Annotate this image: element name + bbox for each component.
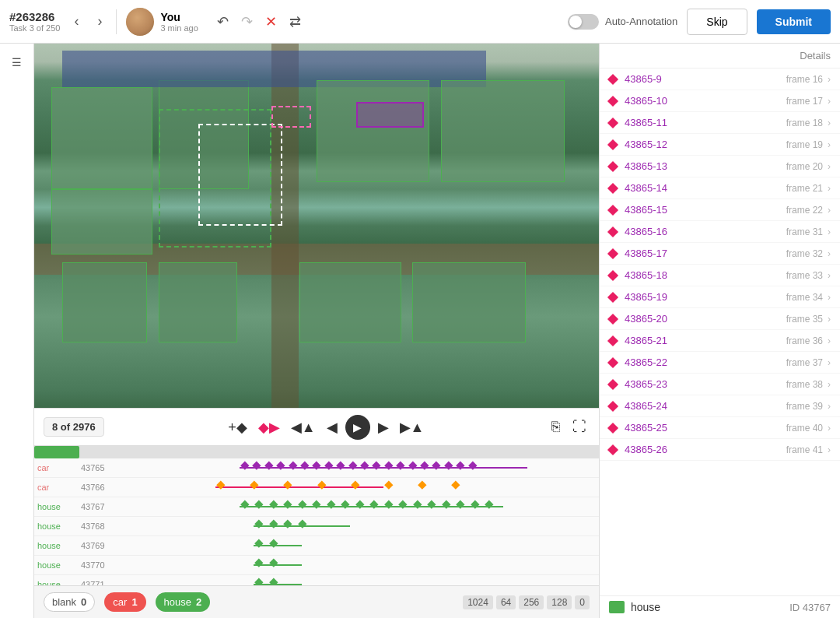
detail-id: 43865-26 (625, 444, 786, 455)
detail-diamond (607, 356, 618, 367)
detail-row[interactable]: 43865-14 frame 21 › (600, 177, 840, 199)
prev-frame-button[interactable]: ◀ (324, 416, 341, 439)
detail-diamond (607, 117, 618, 128)
keyframe-diamond (384, 500, 393, 509)
keyframe-diamond (253, 462, 261, 470)
keyframe-diamond (369, 500, 378, 509)
add-keyframe-button[interactable]: +◆ (225, 416, 250, 439)
tag-car[interactable]: car 1 (104, 592, 145, 612)
right-panel: Details 43865-9 frame 16 › 43865-10 fram… (599, 44, 840, 618)
detail-row[interactable]: 43865-9 frame 16 › (600, 68, 840, 90)
detail-frame: frame 37 (786, 357, 823, 368)
detail-frame: frame 32 (786, 248, 823, 259)
timeline-row[interactable]: house 43769 (34, 536, 599, 556)
submit-button[interactable]: Submit (757, 9, 831, 34)
timeline-row[interactable]: car 43765 (34, 458, 599, 478)
detail-row[interactable]: 43865-22 frame 37 › (600, 352, 840, 374)
chevron-right-icon: › (828, 74, 831, 85)
undo-button[interactable]: ↶ (214, 10, 232, 33)
detail-row[interactable]: 43865-24 frame 39 › (600, 395, 840, 417)
next-task-button[interactable]: › (93, 10, 107, 33)
timeline-row[interactable]: house 43767 (34, 497, 599, 517)
chevron-right-icon: › (828, 205, 831, 216)
arrow-tool-button[interactable]: ◆▶ (255, 416, 283, 439)
building-5 (441, 80, 565, 182)
tag-house[interactable]: house 2 (156, 592, 211, 612)
detail-row[interactable]: 43865-26 frame 41 › (600, 439, 840, 461)
track-line (215, 486, 383, 488)
task-id: #263286 (9, 10, 60, 23)
menu-button[interactable]: ☰ (5, 50, 30, 75)
fullscreen-button[interactable]: ⛶ (569, 416, 590, 438)
detail-row[interactable]: 43865-11 frame 18 › (600, 112, 840, 134)
detail-id: 43865-14 (625, 182, 786, 194)
detail-frame: frame 31 (786, 226, 823, 237)
house-info-bar: house ID 43767 (600, 595, 840, 618)
next-frame-button[interactable]: ▶ (375, 416, 392, 439)
timeline-row[interactable]: house 43768 (34, 517, 599, 536)
keyframe-diamond (420, 462, 429, 470)
detail-row[interactable]: 43865-13 frame 20 › (600, 156, 840, 177)
timeline-area: car 43765 car 43766 house 43767 house 43… (34, 445, 599, 585)
keyframe-diamond (444, 462, 453, 470)
keyframe-diamond (313, 500, 321, 509)
next-keyframe-button[interactable]: ▶▲ (397, 416, 428, 439)
prev-task-button[interactable]: ‹ (69, 10, 83, 33)
top-bar: #263286 Task 3 of 250 ‹ › You 3 min ago … (0, 0, 840, 44)
detail-row[interactable]: 43865-25 frame 40 › (600, 417, 840, 439)
chevron-right-icon: › (828, 357, 831, 368)
auto-annotation-toggle[interactable] (568, 14, 599, 30)
skip-button[interactable]: Skip (687, 9, 747, 35)
detail-frame: frame 19 (786, 139, 823, 150)
detail-row[interactable]: 43865-15 frame 22 › (600, 199, 840, 221)
row-track (120, 575, 599, 585)
tag-car-label: car (113, 596, 127, 608)
details-label: Details (800, 50, 831, 61)
keyframe-diamond (432, 462, 441, 470)
timeline-scroll[interactable] (34, 446, 599, 458)
num-4: 128 (547, 595, 572, 609)
detail-row[interactable]: 43865-16 frame 31 › (600, 221, 840, 243)
chevron-right-icon: › (828, 161, 831, 172)
tag-blank[interactable]: blank 0 (44, 592, 95, 612)
detail-id: 43865-18 (625, 269, 786, 281)
detail-id: 43865-13 (625, 160, 786, 172)
timeline-row[interactable]: house 43771 (34, 575, 599, 585)
detail-row[interactable]: 43865-10 frame 17 › (600, 90, 840, 112)
play-button[interactable]: ▶ (345, 415, 370, 440)
detail-id: 43865-9 (625, 73, 786, 85)
prev-keyframe-button[interactable]: ◀▲ (288, 416, 319, 439)
swap-button[interactable]: ⇄ (286, 10, 304, 33)
detail-diamond (607, 335, 618, 346)
chevron-right-icon: › (828, 379, 831, 390)
image-view-button[interactable]: ⎘ (548, 416, 563, 438)
detail-row[interactable]: 43865-18 frame 33 › (600, 265, 840, 286)
detail-row[interactable]: 43865-19 frame 34 › (600, 286, 840, 308)
chevron-right-icon: › (828, 292, 831, 303)
toggle-knob (569, 16, 582, 28)
row-label: car (34, 463, 81, 472)
keyframe-diamond (341, 500, 350, 509)
detail-diamond (607, 73, 618, 84)
num-2: 64 (496, 595, 516, 609)
detail-row[interactable]: 43865-23 frame 38 › (600, 374, 840, 395)
timeline-row[interactable]: house 43770 (34, 556, 599, 575)
redo-button[interactable]: ↷ (238, 10, 256, 33)
road-vertical (271, 44, 299, 408)
left-sidebar: ☰ (0, 44, 34, 618)
detail-row[interactable]: 43865-12 frame 19 › (600, 134, 840, 156)
task-num: Task 3 of 250 (9, 23, 60, 33)
detail-frame: frame 39 (786, 401, 823, 412)
timeline-row[interactable]: car 43766 (34, 478, 599, 497)
detail-row[interactable]: 43865-20 frame 35 › (600, 308, 840, 330)
detail-id: 43865-10 (625, 95, 786, 107)
row-id: 43768 (81, 521, 120, 531)
row-id: 43770 (81, 560, 120, 570)
keyframe-diamond (413, 500, 422, 509)
detail-row[interactable]: 43865-21 frame 36 › (600, 330, 840, 352)
keyframe-diamond (427, 500, 436, 509)
close-button[interactable]: ✕ (262, 10, 280, 33)
canvas-area[interactable] (34, 44, 599, 408)
detail-row[interactable]: 43865-17 frame 32 › (600, 243, 840, 265)
keyframe-diamond (276, 462, 285, 470)
